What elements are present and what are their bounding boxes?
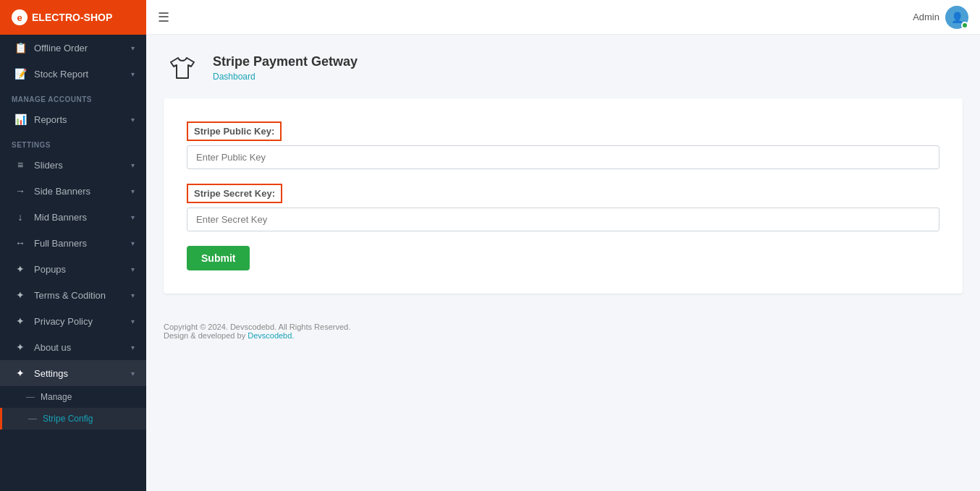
- form-card: Stripe Public Key: Stripe Secret Key: Su…: [164, 98, 963, 294]
- full-banners-icon: ↔: [14, 237, 27, 249]
- sidebar-item-full-banners[interactable]: ↔ Full Banners ▾: [0, 230, 146, 256]
- mid-banners-icon: ↓: [14, 211, 27, 223]
- sidebar-sub-label: Stripe Config: [43, 414, 93, 424]
- submit-button[interactable]: Submit: [187, 246, 250, 270]
- sidebar-item-label: Sliders: [34, 160, 63, 171]
- stock-report-icon: 📝: [14, 68, 27, 80]
- dash-icon: —: [28, 414, 37, 424]
- public-key-group: Stripe Public Key:: [187, 121, 939, 169]
- avatar[interactable]: 👤: [945, 6, 968, 29]
- chevron-icon: ▾: [131, 370, 135, 377]
- about-icon: ✦: [14, 341, 27, 353]
- admin-label: Admin: [913, 12, 939, 22]
- sidebar-sub-item-stripe-config[interactable]: — Stripe Config: [0, 408, 146, 430]
- chevron-icon: ▾: [131, 44, 135, 52]
- footer-line1: Copyright © 2024. Devscodebd. All Rights…: [164, 323, 963, 331]
- sidebar-item-label: About us: [34, 342, 71, 353]
- sidebar-item-label: Settings: [34, 368, 68, 379]
- section-label-settings: SETTINGS: [0, 132, 146, 152]
- sidebar-item-settings[interactable]: ✦ Settings ▾: [0, 360, 146, 386]
- main-content: ☰ Admin 👤 Stripe Payment Getway Dashboar…: [146, 0, 980, 491]
- sidebar-item-label: Popups: [34, 264, 66, 275]
- terms-icon: ✦: [14, 289, 27, 301]
- reports-icon: 📊: [14, 114, 27, 125]
- sidebar-item-popups[interactable]: ✦ Popups ▾: [0, 256, 146, 282]
- sidebar-item-label: Full Banners: [34, 238, 87, 249]
- section-label-manage-accounts: MANAGE ACCOUNTS: [0, 87, 146, 106]
- sidebar-item-privacy[interactable]: ✦ Privacy Policy ▾: [0, 308, 146, 334]
- sidebar-item-reports[interactable]: 📊 Reports ▾: [0, 106, 146, 132]
- chevron-icon: ▾: [131, 265, 135, 273]
- page-content: Stripe Payment Getway Dashboard Stripe P…: [146, 35, 980, 491]
- chevron-icon: ▾: [131, 317, 135, 325]
- sidebar-sub-label: Manage: [41, 392, 72, 402]
- sidebar-sub-item-manage[interactable]: — Manage: [0, 386, 146, 408]
- chevron-icon: ▾: [131, 116, 135, 124]
- sidebar-item-label: Terms & Codition: [34, 290, 106, 301]
- sidebar-item-stock-report[interactable]: 📝 Stock Report ▾: [0, 61, 146, 87]
- logo-title: ELECTRO-SHOP: [32, 12, 112, 23]
- sliders-icon: ≡: [14, 159, 27, 171]
- design-text: Design & developed by: [164, 331, 245, 340]
- topbar-right: Admin 👤: [913, 6, 968, 29]
- menu-toggle-button[interactable]: ☰: [158, 9, 169, 25]
- dash-icon: —: [26, 392, 35, 402]
- page-icon: [164, 49, 201, 87]
- design-company-link[interactable]: Devscodebd.: [248, 331, 294, 340]
- sidebar-item-terms[interactable]: ✦ Terms & Codition ▾: [0, 282, 146, 308]
- sidebar-item-label: Privacy Policy: [34, 316, 93, 327]
- chevron-icon: ▾: [131, 161, 135, 169]
- sidebar-item-side-banners[interactable]: → Side Banners ▾: [0, 178, 146, 204]
- topbar: ☰ Admin 👤: [146, 0, 980, 35]
- side-banners-icon: →: [14, 185, 27, 197]
- page-title-block: Stripe Payment Getway Dashboard: [213, 54, 358, 82]
- chevron-icon: ▾: [131, 343, 135, 351]
- rights-text: All Rights Reserved.: [279, 323, 351, 331]
- footer-line2: Design & developed by Devscodebd.: [164, 331, 963, 340]
- secret-key-group: Stripe Secret Key:: [187, 184, 939, 231]
- page-title: Stripe Payment Getway: [213, 54, 358, 69]
- privacy-icon: ✦: [14, 315, 27, 327]
- sidebar-item-label: Stock Report: [34, 69, 88, 80]
- public-key-label: Stripe Public Key:: [187, 121, 282, 141]
- secret-key-label: Stripe Secret Key:: [187, 184, 282, 203]
- page-header: Stripe Payment Getway Dashboard: [146, 35, 980, 98]
- online-badge: [961, 22, 968, 29]
- sidebar-item-about[interactable]: ✦ About us ▾: [0, 334, 146, 360]
- chevron-icon: ▾: [131, 70, 135, 78]
- copyright-text: Copyright © 2024.: [164, 323, 228, 331]
- sidebar-item-label: Offline Order: [34, 43, 88, 54]
- breadcrumb-link[interactable]: Dashboard: [213, 72, 255, 82]
- sidebar-item-sliders[interactable]: ≡ Sliders ▾: [0, 152, 146, 178]
- offline-order-icon: 📋: [14, 42, 27, 54]
- chevron-icon: ▾: [131, 239, 135, 247]
- sidebar: e ELECTRO-SHOP 📋 Offline Order ▾ 📝 Stock…: [0, 0, 146, 491]
- sidebar-item-label: Side Banners: [34, 186, 90, 197]
- sidebar-item-offline-order[interactable]: 📋 Offline Order ▾: [0, 35, 146, 61]
- chevron-icon: ▾: [131, 213, 135, 221]
- popups-icon: ✦: [14, 263, 27, 275]
- chevron-icon: ▾: [131, 291, 135, 299]
- logo-e: e: [12, 9, 28, 25]
- public-key-input[interactable]: [187, 145, 939, 169]
- settings-icon: ✦: [14, 367, 27, 379]
- secret-key-input[interactable]: [187, 208, 939, 231]
- logo[interactable]: e ELECTRO-SHOP: [0, 0, 146, 35]
- company-name: Devscodebd.: [230, 323, 276, 331]
- sidebar-item-label: Reports: [34, 114, 67, 125]
- sidebar-item-mid-banners[interactable]: ↓ Mid Banners ▾: [0, 204, 146, 230]
- sidebar-item-label: Mid Banners: [34, 212, 87, 223]
- footer: Copyright © 2024. Devscodebd. All Rights…: [146, 311, 980, 351]
- chevron-icon: ▾: [131, 187, 135, 195]
